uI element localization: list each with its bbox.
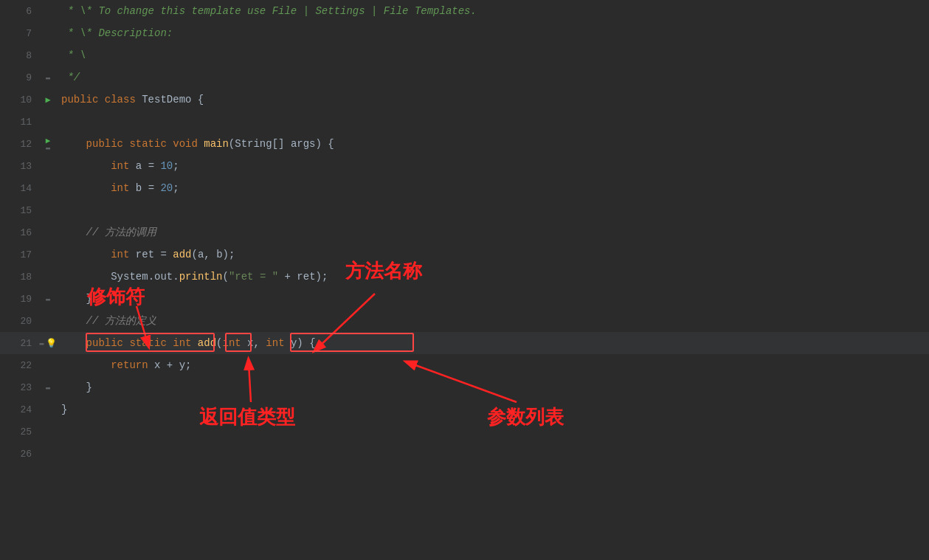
- line-number-23: 23: [0, 382, 41, 393]
- line-17: 17 int ret = add(a, b);: [0, 243, 929, 266]
- line-13: 13 int a = 10;: [0, 155, 929, 177]
- line-19: 19 ▬ }: [0, 288, 929, 310]
- line-16: 16 // 方法的调用: [0, 221, 929, 243]
- line-content-20: // 方法的定义: [55, 310, 929, 332]
- line-content-22: return x + y;: [55, 354, 929, 376]
- line-number-26: 26: [0, 449, 41, 460]
- line-9: 9 ▬ */: [0, 66, 929, 89]
- line-number-21: 21: [0, 338, 41, 349]
- gutter-12: ▶ ▬: [41, 136, 55, 152]
- line-content-24: }: [55, 398, 929, 421]
- line-number-18: 18: [0, 272, 41, 283]
- line-21: 21 ▬ 💡 public static int add(int x, int …: [0, 332, 929, 354]
- line-14: 14 int b = 20;: [0, 177, 929, 199]
- line-26: 26: [0, 443, 929, 465]
- line-content-6: * \* To change this template use File | …: [55, 0, 929, 22]
- line-content-12: public static void main(String[] args) {: [55, 133, 929, 155]
- line-number-24: 24: [0, 404, 41, 415]
- line-number-10: 10: [0, 94, 41, 106]
- line-number-20: 20: [0, 316, 41, 327]
- line-number-15: 15: [0, 205, 41, 216]
- line-number-7: 7: [0, 28, 41, 39]
- line-content-7: * \* Description:: [55, 22, 929, 44]
- line-8: 8 * \: [0, 44, 929, 66]
- line-content-16: // 方法的调用: [55, 221, 929, 243]
- line-23: 23 ▬ }: [0, 376, 929, 398]
- gutter-19: ▬: [41, 295, 55, 303]
- line-number-13: 13: [0, 161, 41, 172]
- line-6: 6 * \* To change this template use File …: [0, 0, 929, 22]
- gutter-9: ▬: [41, 74, 55, 82]
- line-10: 10 ▶ public class TestDemo {: [0, 89, 929, 111]
- gutter-23: ▬: [41, 384, 55, 392]
- line-content-21: public static int add(int x, int y) {: [55, 332, 929, 354]
- line-15: 15: [0, 199, 929, 221]
- line-number-9: 9: [0, 72, 41, 83]
- line-content-23: }: [55, 376, 929, 398]
- line-number-17: 17: [0, 249, 41, 260]
- line-content-8: * \: [55, 44, 929, 66]
- line-content-18: System.out.println("ret = " + ret);: [55, 266, 929, 288]
- gutter-21: ▬ 💡: [41, 338, 55, 349]
- fold-icon-12: ▬: [46, 144, 50, 152]
- line-content-17: int ret = add(a, b);: [55, 243, 929, 266]
- line-content-19: }: [55, 288, 929, 310]
- line-content-13: int a = 10;: [55, 155, 929, 177]
- line-number-25: 25: [0, 426, 41, 438]
- gutter-10[interactable]: ▶: [41, 94, 55, 106]
- line-number-16: 16: [0, 227, 41, 238]
- line-content-10: public class TestDemo {: [55, 89, 929, 111]
- line-number-19: 19: [0, 294, 41, 305]
- line-number-8: 8: [0, 50, 41, 61]
- line-content-9: */: [55, 66, 929, 89]
- line-20: 20 // 方法的定义: [0, 310, 929, 332]
- code-area: 6 * \* To change this template use File …: [0, 0, 929, 560]
- line-7: 7 * \* Description:: [0, 22, 929, 44]
- line-24: 24 }: [0, 398, 929, 421]
- line-number-22: 22: [0, 360, 41, 371]
- line-number-12: 12: [0, 139, 41, 150]
- line-number-6: 6: [0, 6, 41, 17]
- line-number-11: 11: [0, 117, 41, 128]
- line-11: 11: [0, 111, 929, 133]
- code-editor: 6 * \* To change this template use File …: [0, 0, 929, 560]
- line-22: 22 return x + y;: [0, 354, 929, 376]
- line-number-14: 14: [0, 183, 41, 194]
- line-content-14: int b = 20;: [55, 177, 929, 199]
- line-18: 18 System.out.println("ret = " + ret);: [0, 266, 929, 288]
- line-12: 12 ▶ ▬ public static void main(String[] …: [0, 133, 929, 155]
- line-25: 25: [0, 421, 929, 443]
